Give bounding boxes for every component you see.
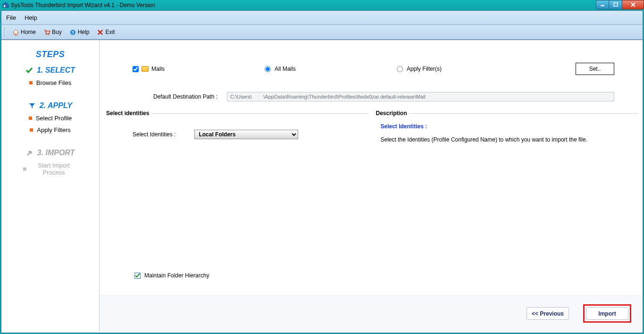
description-heading: Select Identities : xyxy=(381,123,635,130)
step-1-label: 1. SELECT xyxy=(37,66,75,75)
description-panel: Description Select Identities : Select t… xyxy=(374,113,638,257)
toolbar-help[interactable]: ? Help xyxy=(67,28,92,37)
step-1-block: 1. SELECT Browse Files xyxy=(1,66,99,86)
step-3-sub-1-label: Start Import Process xyxy=(30,162,77,176)
menubar: File Help xyxy=(1,11,643,25)
window-title: SysTools Thunderbird Import Wizard v4.1 … xyxy=(11,2,155,8)
toolbar-home[interactable]: Home xyxy=(9,28,39,37)
steps-heading: STEPS xyxy=(1,50,99,59)
svg-text:?: ? xyxy=(71,30,74,35)
step-3-label: 3. IMPORT xyxy=(37,149,75,157)
previous-button[interactable]: << Previous xyxy=(527,307,569,320)
step-3-block: 3. IMPORT Start Import Process xyxy=(1,149,99,176)
bullet-icon xyxy=(29,117,32,120)
step-2-sub-2-label: Apply Filters xyxy=(37,126,71,134)
filter-icon xyxy=(28,102,36,109)
titlebar: SysTools Thunderbird Import Wizard v4.1 … xyxy=(0,0,644,10)
maximize-button[interactable] xyxy=(609,0,622,9)
check-icon xyxy=(25,67,33,74)
step-2-block: 2. APPLY Select Profile Apply Filters xyxy=(1,101,99,134)
app-frame: File Help Home Buy ? Help Exit STEPS xyxy=(1,10,643,333)
folder-icon xyxy=(142,66,149,72)
footer: << Previous Import xyxy=(100,295,643,332)
menu-help[interactable]: Help xyxy=(25,14,37,21)
step-3-sub-1: Start Import Process xyxy=(1,162,99,176)
svg-rect-1 xyxy=(601,5,604,6)
svg-point-4 xyxy=(46,34,47,35)
minimize-button[interactable] xyxy=(596,0,609,9)
select-identities-label: Select Identities : xyxy=(133,131,176,138)
destination-label: Default Destination Path : xyxy=(133,93,217,100)
step-2: 2. APPLY xyxy=(1,101,99,110)
step-1-sub-1: Browse Files xyxy=(1,79,99,86)
main-content: Mails All Mails Apply Filter(s) Set.. De… xyxy=(100,40,643,332)
bullet-icon xyxy=(23,167,26,171)
import-button[interactable]: Import xyxy=(586,307,628,320)
set-group: Set.. xyxy=(576,63,614,75)
description-text: Select the Identities (Profile Configure… xyxy=(381,136,635,143)
applyfilter-group: Apply Filter(s) xyxy=(397,66,491,72)
select-identities-panel: Select identities Select Identities : Lo… xyxy=(104,113,368,257)
toolbar-grip xyxy=(4,27,6,37)
svg-rect-0 xyxy=(4,5,5,7)
toolbar-buy-label: Buy xyxy=(52,29,62,35)
allmails-group: All Mails xyxy=(265,66,397,72)
select-identities-dropdown[interactable]: Local Folders xyxy=(194,130,298,139)
maintain-checkbox[interactable] xyxy=(134,273,141,279)
step-3: 3. IMPORT xyxy=(1,149,99,157)
toolbar-exit-label: Exit xyxy=(105,29,115,35)
description-title: Description xyxy=(374,110,409,117)
step-2-sub-1-label: Select Profile xyxy=(36,115,72,122)
help-icon: ? xyxy=(69,29,76,36)
toolbar-help-label: Help xyxy=(78,29,90,35)
toolbar-buy[interactable]: Buy xyxy=(41,28,65,37)
step-2-label: 2. APPLY xyxy=(40,101,72,110)
steps-sidebar: STEPS 1. SELECT Browse Files 2. APPLY xyxy=(1,40,100,332)
maintain-label: Maintain Folder Hierarchy xyxy=(144,272,209,279)
mails-label: Mails xyxy=(151,66,165,72)
select-identities-title: Select identities xyxy=(104,110,151,117)
import-highlight: Import xyxy=(583,304,631,323)
allmails-label: All Mails xyxy=(275,66,296,72)
toolbar-exit[interactable]: Exit xyxy=(94,28,117,37)
select-identities-row: Select Identities : Local Folders xyxy=(133,130,364,139)
allmails-radio[interactable] xyxy=(265,66,271,72)
step-2-sub-1: Select Profile xyxy=(1,115,99,122)
destination-row: Default Destination Path : xyxy=(133,92,614,101)
app-icon xyxy=(2,2,9,8)
close-button[interactable] xyxy=(622,0,644,9)
bullet-icon xyxy=(29,81,33,84)
body: STEPS 1. SELECT Browse Files 2. APPLY xyxy=(1,40,643,332)
mails-group: Mails xyxy=(133,66,265,72)
mails-checkbox[interactable] xyxy=(133,66,139,72)
arrow-icon xyxy=(26,149,33,157)
buy-icon xyxy=(43,29,50,36)
menu-file[interactable]: File xyxy=(6,14,16,21)
set-button[interactable]: Set.. xyxy=(576,63,614,75)
filter-row: Mails All Mails Apply Filter(s) Set.. xyxy=(133,63,614,75)
applyfilter-radio[interactable] xyxy=(397,66,403,72)
home-icon xyxy=(12,29,19,36)
applyfilter-label: Apply Filter(s) xyxy=(407,66,442,72)
toolbar: Home Buy ? Help Exit xyxy=(1,25,643,40)
window-controls xyxy=(596,0,644,9)
step-1-sub-1-label: Browse Files xyxy=(36,79,71,86)
toolbar-home-label: Home xyxy=(21,29,36,35)
svg-point-5 xyxy=(48,34,49,35)
step-2-sub-2: Apply Filters xyxy=(1,126,99,134)
maintain-folder-row: Maintain Folder Hierarchy xyxy=(134,272,209,279)
destination-input xyxy=(227,92,614,101)
exit-icon xyxy=(97,29,104,36)
svg-rect-3 xyxy=(16,33,17,35)
panels: Select identities Select Identities : Lo… xyxy=(104,113,638,257)
svg-rect-2 xyxy=(614,3,618,6)
step-1: 1. SELECT xyxy=(1,66,99,75)
bullet-icon xyxy=(30,128,33,132)
